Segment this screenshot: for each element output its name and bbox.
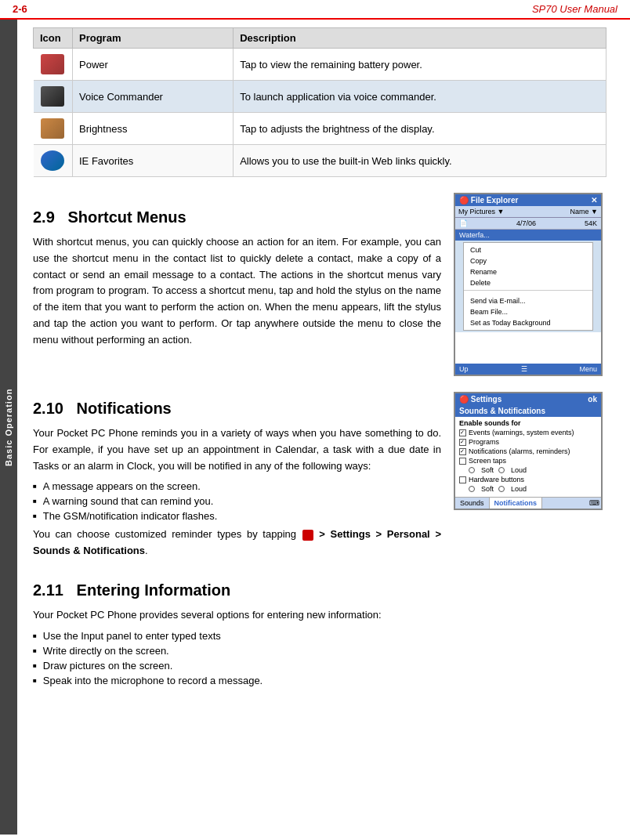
section-210-text: 2.10 Notifications Your Pocket PC Phone … <box>33 384 441 566</box>
screen-taps-radio: Soft Loud <box>469 466 597 474</box>
program-description: Tap to view the remaining battery power. <box>234 49 606 81</box>
bullet-item: A message appears on the screen. <box>33 480 441 492</box>
file-explorer-screenshot: 🔴 File Explorer ✕ My Pictures ▼ Name ▼ 📄… <box>454 193 603 376</box>
notifications-checkbox[interactable] <box>459 448 466 455</box>
table-row: BrightnessTap to adjusts the brightness … <box>34 113 606 145</box>
tab-notifications[interactable]: Notifications <box>490 498 543 509</box>
section-29-body: With shortcut menus, you can quickly cho… <box>33 234 441 349</box>
hw-buttons-checkbox[interactable] <box>459 476 466 483</box>
loud-radio[interactable] <box>498 467 505 473</box>
bullet-item: Speak into the microphone to record a me… <box>33 675 606 686</box>
events-checkbox-row: Events (warnings, system events) <box>459 429 597 436</box>
bullet-item: Use the Input panel to enter typed texts <box>33 630 606 642</box>
bullet-item: Draw pictures on the screen. <box>33 660 606 672</box>
icon-cell <box>34 81 73 113</box>
sc-item: Waterfa... <box>455 230 601 241</box>
settings-icon <box>302 530 313 541</box>
menu-item-delete[interactable]: Delete <box>464 277 592 288</box>
table-row: Voice CommanderTo launch application via… <box>34 81 606 113</box>
sc-list-header: 📄 4/7/06 54K <box>455 218 601 230</box>
program-name: IE Favorites <box>73 145 234 177</box>
page-number: 2-6 <box>13 3 27 15</box>
icon-brightness <box>41 118 64 139</box>
menu-item-set-background[interactable]: Set as Today Background <box>464 317 592 328</box>
main-content: Icon Program Description PowerTap to vie… <box>17 20 630 835</box>
icon-cell <box>34 145 73 177</box>
col-icon: Icon <box>34 28 73 49</box>
program-description: To launch application via voice commande… <box>234 81 606 113</box>
enable-sounds-label: Enable sounds for <box>459 419 597 427</box>
events-checkbox[interactable] <box>459 429 466 436</box>
table-row: PowerTap to view the remaining battery p… <box>34 49 606 81</box>
section-29-screenshot: 🔴 File Explorer ✕ My Pictures ▼ Name ▼ 📄… <box>454 193 606 376</box>
table-row: IE FavoritesAllows you to use the built-… <box>34 145 606 177</box>
hw-buttons-checkbox-row: Hardware buttons <box>459 476 597 483</box>
sounds-notifications-label: Sounds & Notifications <box>455 405 601 417</box>
bullet-item: The GSM/notification indicator flashes. <box>33 510 441 522</box>
soft-radio[interactable] <box>469 467 475 473</box>
section-211-bullets: Use the Input panel to enter typed texts… <box>33 630 606 686</box>
screen-taps-checkbox[interactable] <box>459 458 466 465</box>
col-program: Program <box>73 28 234 49</box>
section-29-heading: 2.9 Shortcut Menus <box>33 208 441 226</box>
program-name: Brightness <box>73 113 234 145</box>
settings-screenshot: 🔴 Settings ok Sounds & Notifications Ena… <box>454 392 603 510</box>
section-210-body: Your Pocket PC Phone reminds you in a va… <box>33 425 441 474</box>
screen-taps-checkbox-row: Screen taps <box>459 457 597 465</box>
program-description: Allows you to use the built-in Web links… <box>234 145 606 177</box>
hw-loud-radio[interactable] <box>498 486 505 492</box>
section-210-bullets: A message appears on the screen.A warnin… <box>33 480 441 522</box>
icon-power <box>41 54 64 74</box>
settings-titlebar: 🔴 Settings ok <box>455 393 601 405</box>
programs-checkbox[interactable] <box>459 439 466 446</box>
bullet-item: A warning sound that can remind you. <box>33 495 441 507</box>
icon-cell <box>34 49 73 81</box>
side-label: Basic Operation <box>0 20 17 835</box>
section-211: 2.11 Entering Information Your Pocket PC… <box>33 581 606 686</box>
section-210: 2.10 Notifications Your Pocket PC Phone … <box>33 384 606 566</box>
program-name: Power <box>73 49 234 81</box>
icon-cell <box>34 113 73 145</box>
menu-item-beam[interactable]: Beam File... <box>464 306 592 317</box>
manual-title: SP70 User Manual <box>532 3 617 15</box>
program-name: Voice Commander <box>73 81 234 113</box>
sc-toolbar: My Pictures ▼ Name ▼ <box>455 206 601 218</box>
section-211-heading: 2.11 Entering Information <box>33 581 606 599</box>
hw-buttons-radio: Soft Loud <box>469 485 597 493</box>
sc-bottom-bar: Up ☰ Menu <box>455 364 601 375</box>
menu-item-cut[interactable]: Cut <box>464 244 592 255</box>
keyboard-icon: ⌨ <box>588 498 601 509</box>
sc-titlebar: 🔴 File Explorer ✕ <box>455 194 601 206</box>
notifications-checkbox-row: Notifications (alarms, reminders) <box>459 447 597 455</box>
section-29-text: 2.9 Shortcut Menus With shortcut menus, … <box>33 193 441 376</box>
icon-voice <box>41 86 64 107</box>
section-210-heading: 2.10 Notifications <box>33 400 441 418</box>
section-211-body: Your Pocket PC Phone provides several op… <box>33 607 606 624</box>
menu-item-copy[interactable]: Copy <box>464 255 592 266</box>
settings-tabs: Sounds Notifications ⌨ <box>455 497 601 509</box>
bullet-item: Write directly on the screen. <box>33 645 606 657</box>
section-210-screenshot: 🔴 Settings ok Sounds & Notifications Ena… <box>454 384 606 566</box>
settings-body: Enable sounds for Events (warnings, syst… <box>455 417 601 497</box>
menu-item-send-email[interactable]: Send via E-mail... <box>464 295 592 306</box>
page-header: 2-6 SP70 User Manual <box>0 0 630 20</box>
menu-item-rename[interactable]: Rename <box>464 266 592 277</box>
section-29: 2.9 Shortcut Menus With shortcut menus, … <box>33 193 606 376</box>
icon-ie <box>41 150 64 171</box>
sc-context-menu: Cut Copy Rename Delete Send via E-mail..… <box>463 242 593 331</box>
col-description: Description <box>234 28 606 49</box>
program-description: Tap to adjusts the brightness of the dis… <box>234 113 606 145</box>
tab-sounds[interactable]: Sounds <box>455 498 490 509</box>
program-table: Icon Program Description PowerTap to vie… <box>33 27 606 177</box>
hw-soft-radio[interactable] <box>469 486 475 492</box>
section-210-settings-text: You can choose customized reminder types… <box>33 527 441 559</box>
programs-checkbox-row: Programs <box>459 438 597 446</box>
